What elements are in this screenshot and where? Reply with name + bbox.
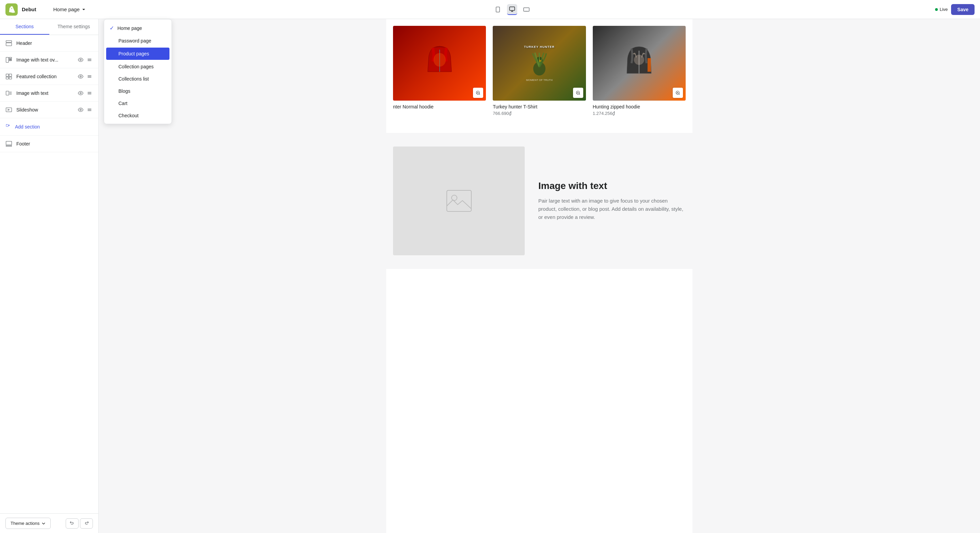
svg-rect-42 — [6, 146, 12, 146]
image-with-text-content: Image with text Pair large text with an … — [538, 181, 686, 221]
svg-point-56 — [634, 55, 644, 65]
svg-rect-19 — [6, 77, 9, 79]
zoom-btn-1[interactable] — [473, 88, 483, 98]
sidebar-item-slideshow[interactable]: Slideshow — [0, 102, 98, 118]
page-selector-button[interactable]: Home page — [50, 5, 89, 14]
svg-rect-18 — [9, 74, 12, 77]
check-icon-home: ✓ — [110, 25, 114, 31]
slideshow-icon — [5, 106, 12, 113]
svg-rect-10 — [9, 57, 12, 59]
svg-point-29 — [80, 92, 81, 94]
featured-collection-visibility-btn[interactable] — [77, 73, 84, 80]
dropdown-label-cart: Cart — [118, 101, 127, 106]
image-text-ov-controls — [77, 56, 93, 63]
add-section-button[interactable]: Add section — [0, 118, 98, 136]
image-text-ov-visibility-btn[interactable] — [77, 56, 84, 63]
product-img-wrap-3 — [593, 26, 686, 101]
zoom-btn-3[interactable] — [673, 88, 683, 98]
sidebar-item-header[interactable]: Header — [0, 35, 98, 52]
undo-button[interactable] — [66, 519, 79, 528]
featured-collection-label: Featured collection — [16, 74, 73, 79]
svg-rect-9 — [6, 57, 9, 63]
tab-sections[interactable]: Sections — [0, 19, 49, 35]
svg-rect-20 — [9, 77, 12, 79]
dropdown-item-home-page[interactable]: ✓ Home page — [104, 21, 172, 35]
image-with-text-label: Image with text — [16, 90, 73, 96]
svg-point-21 — [80, 76, 81, 77]
svg-rect-7 — [6, 41, 12, 43]
svg-line-59 — [679, 94, 680, 95]
redo-button[interactable] — [80, 519, 93, 528]
svg-point-13 — [80, 59, 81, 60]
slideshow-visibility-btn[interactable] — [77, 106, 84, 113]
image-with-text-section: Image with text Pair large text with an … — [386, 133, 692, 269]
product-price-3: 1.274.256₫ — [593, 111, 686, 116]
sidebar-tabs: Sections Theme settings — [0, 19, 98, 35]
svg-rect-11 — [9, 59, 12, 60]
dropdown-item-product-pages[interactable]: Product pages — [106, 48, 169, 60]
image-text-ov-label: Image with text ov... — [16, 57, 73, 63]
svg-rect-57 — [648, 58, 651, 72]
main-layout: Sections Theme settings Header — [0, 19, 980, 533]
sidebar-item-featured-collection[interactable]: Featured collection — [0, 68, 98, 85]
sidebar-item-image-with-text[interactable]: Image with text — [0, 85, 98, 102]
page-dropdown-menu: ✓ Home page Password page Product pages … — [104, 19, 172, 124]
image-with-text-icon — [5, 90, 12, 97]
dropdown-item-collections-list[interactable]: Collections list — [104, 73, 172, 85]
svg-rect-62 — [447, 190, 471, 211]
sidebar-items: Header Image with text ov... — [0, 35, 98, 513]
sidebar-item-image-text-ov[interactable]: Image with text ov... — [0, 52, 98, 68]
slideshow-drag-btn[interactable] — [86, 106, 93, 113]
dropdown-label-home-page: Home page — [118, 25, 142, 31]
image-text-ov-drag-btn[interactable] — [86, 56, 93, 63]
dropdown-item-checkout[interactable]: Checkout — [104, 109, 172, 122]
save-button[interactable]: Save — [951, 4, 975, 15]
dropdown-label-product-pages: Product pages — [118, 51, 149, 56]
topbar-right: Live Save — [935, 4, 975, 15]
undo-redo-controls — [66, 519, 93, 528]
mobile-view-btn[interactable] — [493, 5, 503, 14]
sidebar-footer: Theme actions — [0, 513, 98, 533]
page-selector-label: Home page — [53, 6, 80, 12]
svg-line-46 — [479, 94, 480, 95]
sidebar-item-footer[interactable]: Footer — [0, 136, 98, 152]
product-name-1: nter Normal hoodie — [393, 104, 486, 109]
image-with-text-drag-btn[interactable] — [86, 90, 93, 97]
svg-rect-5 — [524, 8, 530, 11]
dropdown-item-collection-pages[interactable]: Collection pages — [104, 60, 172, 73]
product-card-3[interactable]: Hunting zipped hoodie 1.274.256₫ — [593, 26, 686, 116]
footer-icon — [5, 140, 12, 147]
image-with-text-visibility-btn[interactable] — [77, 90, 84, 97]
canvas-area: nter Normal hoodie TURKEY HUNTER — [99, 19, 980, 533]
product-img-wrap-2: TURKEY HUNTER — [493, 26, 585, 101]
dropdown-label-collections-list: Collections list — [118, 76, 149, 82]
store-name: Debut — [22, 6, 37, 12]
live-dot — [935, 8, 938, 11]
featured-collection-drag-btn[interactable] — [86, 73, 93, 80]
slideshow-label: Slideshow — [16, 107, 73, 113]
image-with-text-controls — [77, 90, 93, 97]
image-with-text-placeholder — [393, 146, 525, 255]
svg-point-34 — [80, 109, 81, 111]
product-card-1[interactable]: nter Normal hoodie — [393, 26, 486, 116]
header-label: Header — [16, 40, 93, 46]
product-img-1 — [393, 26, 486, 101]
dropdown-item-password-page[interactable]: Password page — [104, 35, 172, 47]
widescreen-view-btn[interactable] — [521, 5, 531, 14]
header-icon — [5, 40, 12, 46]
desktop-view-btn[interactable] — [507, 4, 517, 15]
product-name-3: Hunting zipped hoodie — [593, 104, 686, 109]
slideshow-controls — [77, 106, 93, 113]
svg-rect-17 — [6, 74, 9, 77]
image-text-ov-icon — [5, 56, 12, 63]
theme-actions-button[interactable]: Theme actions — [5, 518, 51, 529]
zoom-btn-2[interactable] — [573, 88, 583, 98]
dropdown-item-blogs[interactable]: Blogs — [104, 85, 172, 97]
tab-theme-settings[interactable]: Theme settings — [49, 19, 99, 35]
live-label: Live — [940, 7, 948, 12]
dropdown-label-blogs: Blogs — [118, 88, 130, 94]
product-card-2[interactable]: TURKEY HUNTER — [493, 26, 585, 116]
svg-point-44 — [434, 53, 446, 67]
dropdown-item-cart[interactable]: Cart — [104, 97, 172, 109]
footer-label: Footer — [16, 141, 93, 146]
